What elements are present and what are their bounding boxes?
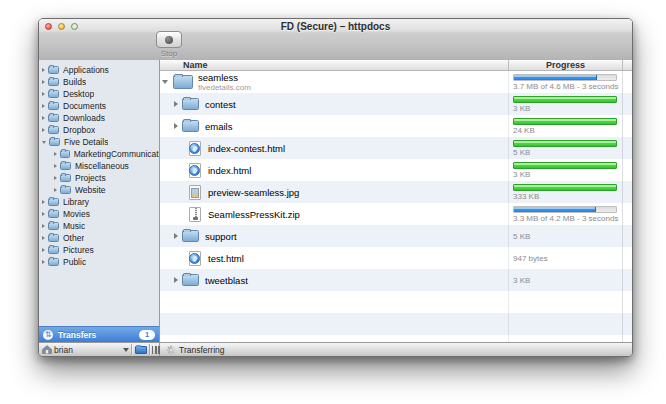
chevron-right-icon[interactable] xyxy=(54,176,57,180)
progress-cell: 5 KB xyxy=(509,225,622,247)
globe-glyph xyxy=(189,143,200,154)
sidebar-item-label: MarketingCommunications xyxy=(74,149,159,159)
chevron-right-icon[interactable] xyxy=(174,277,178,283)
chevron-right-icon[interactable] xyxy=(174,233,178,239)
progress-bar xyxy=(513,140,617,147)
folder-view-button[interactable] xyxy=(135,346,147,354)
sidebar-item-miscellaneous[interactable]: Miscellaneous xyxy=(39,160,159,172)
jpg-file-icon xyxy=(189,185,201,200)
content-area: ApplicationsBuildsDesktopDocumentsDownlo… xyxy=(39,60,632,342)
folder-icon xyxy=(48,222,59,230)
chevron-right-icon[interactable] xyxy=(174,123,178,129)
minimize-button[interactable] xyxy=(58,23,65,30)
chevron-right-icon[interactable] xyxy=(54,188,57,192)
chevron-right-icon[interactable] xyxy=(54,152,57,156)
folder-icon xyxy=(60,150,70,158)
html-file-icon xyxy=(189,163,201,178)
column-divider[interactable] xyxy=(508,60,509,70)
sidebar-item-label: Desktop xyxy=(63,89,94,99)
name-cell: tweetblast xyxy=(160,269,508,291)
folder-icon xyxy=(182,274,199,286)
sidebar-item-documents[interactable]: Documents xyxy=(39,100,159,112)
chevron-right-icon[interactable] xyxy=(42,236,45,240)
sidebar-item-desktop[interactable]: Desktop xyxy=(39,88,159,100)
sidebar-item-other[interactable]: Other xyxy=(39,232,159,244)
stop-button[interactable] xyxy=(156,31,182,48)
chevron-right-icon[interactable] xyxy=(42,128,45,132)
sidebar-item-marketingcommunications[interactable]: MarketingCommunications xyxy=(39,148,159,160)
table-row[interactable]: emails24 KB xyxy=(160,115,632,137)
sidebar-item-label: Projects xyxy=(75,173,106,183)
sidebar-item-five-details[interactable]: Five Details xyxy=(39,136,159,148)
sidebar-item-projects[interactable]: Projects xyxy=(39,172,159,184)
sidebar-item-downloads[interactable]: Downloads xyxy=(39,112,159,124)
table-row[interactable]: index.html3 KB xyxy=(160,159,632,181)
chevron-down-icon[interactable] xyxy=(42,141,46,144)
chevron-right-icon[interactable] xyxy=(42,260,45,264)
page-background: FD (Secure) – httpdocs Stop Applications… xyxy=(0,0,666,404)
sidebar-item-applications[interactable]: Applications xyxy=(39,64,159,76)
column-header-progress[interactable]: Progress xyxy=(509,60,622,70)
folder-icon xyxy=(48,126,59,134)
list-view-button[interactable] xyxy=(152,346,160,354)
close-button[interactable] xyxy=(45,23,52,30)
status-bar-left: brian xyxy=(39,343,160,356)
file-name: seamless xyxy=(198,73,251,83)
progress-text: 3 KB xyxy=(513,276,530,285)
sidebar-folder-tree: ApplicationsBuildsDesktopDocumentsDownlo… xyxy=(39,64,159,268)
sidebar-item-label: Public xyxy=(63,257,86,267)
sidebar-item-music[interactable]: Music xyxy=(39,220,159,232)
table-row[interactable]: test.html947 bytes xyxy=(160,247,632,269)
table-row[interactable]: SeamlessPressKit.zip3.3 MB of 4.2 MB - 3… xyxy=(160,203,632,225)
connection-user-label[interactable]: brian xyxy=(54,345,73,355)
name-cell: test.html xyxy=(160,247,508,269)
sidebar-item-transfers[interactable]: ⇅ Transfers 1 xyxy=(39,326,159,342)
progress-text: 24 KB xyxy=(513,126,535,135)
progress-text: 947 bytes xyxy=(513,254,548,263)
sidebar-item-label: Applications xyxy=(63,65,109,75)
chevron-right-icon[interactable] xyxy=(42,200,45,204)
chevron-down-icon[interactable] xyxy=(162,80,168,84)
chevron-right-icon[interactable] xyxy=(42,104,45,108)
file-name: index-contest.html xyxy=(208,143,285,154)
chevron-right-icon[interactable] xyxy=(174,101,178,107)
folder-icon xyxy=(48,234,59,242)
table-row[interactable]: tweetblast3 KB xyxy=(160,269,632,291)
sidebar-item-movies[interactable]: Movies xyxy=(39,208,159,220)
sidebar-item-label: Five Details xyxy=(64,137,108,147)
column-divider[interactable] xyxy=(622,60,623,70)
sidebar-item-public[interactable]: Public xyxy=(39,256,159,268)
titlebar[interactable]: FD (Secure) – httpdocs xyxy=(39,19,632,33)
table-row[interactable]: support5 KB xyxy=(160,225,632,247)
chevron-down-icon[interactable] xyxy=(123,348,129,352)
folder-icon xyxy=(48,246,59,254)
folder-icon xyxy=(49,138,60,146)
sidebar-item-builds[interactable]: Builds xyxy=(39,76,159,88)
table-row[interactable]: seamlessfivedetails.com3.7 MB of 4.6 MB … xyxy=(160,71,632,93)
progress-text: 5 KB xyxy=(513,232,530,241)
chevron-right-icon[interactable] xyxy=(42,92,45,96)
sidebar-item-label: Downloads xyxy=(63,113,105,123)
progress-bar xyxy=(513,118,617,125)
chevron-right-icon[interactable] xyxy=(54,164,57,168)
progress-text: 3 KB xyxy=(513,170,530,179)
chevron-right-icon[interactable] xyxy=(42,68,45,72)
sidebar-item-dropbox[interactable]: Dropbox xyxy=(39,124,159,136)
table-row[interactable]: contest3 KB xyxy=(160,93,632,115)
chevron-right-icon[interactable] xyxy=(42,80,45,84)
column-header-name[interactable]: Name xyxy=(183,60,208,70)
chevron-right-icon[interactable] xyxy=(42,212,45,216)
progress-cell: 3 KB xyxy=(509,93,622,115)
chevron-right-icon[interactable] xyxy=(42,116,45,120)
chevron-right-icon[interactable] xyxy=(42,224,45,228)
progress-cell: 3 KB xyxy=(509,159,622,181)
name-cell: contest xyxy=(160,93,508,115)
table-row[interactable]: index-contest.html5 KB xyxy=(160,137,632,159)
table-row[interactable]: preview-seamless.jpg333 KB xyxy=(160,181,632,203)
chevron-right-icon[interactable] xyxy=(42,248,45,252)
zoom-button[interactable] xyxy=(71,23,78,30)
sidebar-item-pictures[interactable]: Pictures xyxy=(39,244,159,256)
sidebar-item-library[interactable]: Library xyxy=(39,196,159,208)
progress-cell: 5 KB xyxy=(509,137,622,159)
sidebar-item-website[interactable]: Website xyxy=(39,184,159,196)
